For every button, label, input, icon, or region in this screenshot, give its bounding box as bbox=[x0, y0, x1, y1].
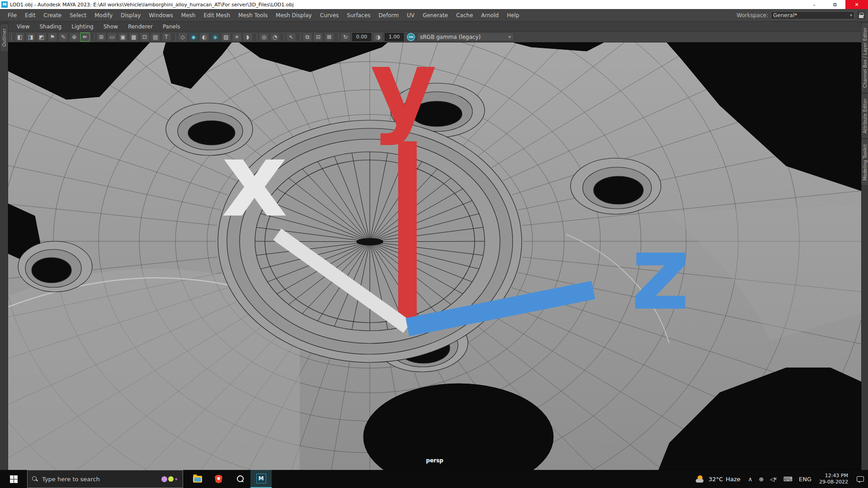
toolbar-separator bbox=[173, 33, 176, 41]
grid-icon[interactable]: ⊞ bbox=[96, 33, 106, 42]
menu-arnold[interactable]: Arnold bbox=[477, 12, 503, 19]
maya-icon: M bbox=[256, 474, 266, 483]
menu-select[interactable]: Select bbox=[66, 12, 90, 19]
color-management-toggle[interactable]: ON bbox=[407, 33, 415, 41]
weather-icon bbox=[696, 475, 706, 483]
bookmark-icon[interactable]: ⚑ bbox=[47, 33, 57, 42]
workspace-lock-icon[interactable] bbox=[857, 11, 865, 19]
menu-surfaces[interactable]: Surfaces bbox=[343, 12, 374, 19]
menu-modify[interactable]: Modify bbox=[90, 12, 117, 19]
workspace-control: Workspace: General* ▾ bbox=[736, 11, 868, 19]
grab-viewport-icon[interactable]: ⊠ bbox=[324, 33, 334, 42]
shadows-icon[interactable]: ◗ bbox=[243, 33, 253, 42]
hidden-icons-chevron[interactable]: ∧ bbox=[745, 476, 756, 483]
start-button[interactable] bbox=[0, 470, 27, 488]
menu-edit-mesh[interactable]: Edit Mesh bbox=[199, 12, 234, 19]
snapshot-icon[interactable]: ⧉ bbox=[302, 33, 312, 42]
panel-menu-view[interactable]: View bbox=[12, 23, 34, 30]
panel-menu-lighting[interactable]: Lighting bbox=[66, 23, 99, 30]
search-app-button[interactable] bbox=[229, 470, 250, 488]
exposure-field[interactable]: 0.00 bbox=[352, 33, 371, 41]
safe-title-icon[interactable]: T bbox=[161, 33, 171, 42]
workspace-dropdown[interactable]: General* ▾ bbox=[771, 11, 854, 19]
menu-mesh-display[interactable]: Mesh Display bbox=[272, 12, 316, 19]
menu-display[interactable]: Display bbox=[117, 12, 145, 19]
menu-help[interactable]: Help bbox=[503, 12, 523, 19]
panel-menu-panels[interactable]: Panels bbox=[158, 23, 185, 30]
contrast-icon[interactable]: ◑ bbox=[373, 33, 383, 42]
windows-logo-icon bbox=[10, 475, 18, 483]
menu-windows[interactable]: Windows bbox=[145, 12, 177, 19]
colorspace-dropdown[interactable]: sRGB gamma (legacy) ▾ bbox=[417, 33, 514, 41]
wireframe-icon[interactable]: ◇ bbox=[178, 33, 188, 42]
camera-attributes-icon[interactable]: ◩ bbox=[37, 33, 47, 42]
tab-channel-box-layer-editor[interactable]: Channel Box / Layer Editor bbox=[862, 23, 868, 92]
close-button[interactable]: ✕ bbox=[845, 0, 868, 9]
menu-file[interactable]: File bbox=[4, 12, 21, 19]
menu-curves[interactable]: Curves bbox=[316, 12, 343, 19]
tab-attribute-editor[interactable]: Attribute Editor bbox=[862, 94, 868, 137]
clock-widget[interactable]: 12:43 PM 29-08-2022 bbox=[815, 473, 853, 485]
occlusion-icon[interactable]: ◎ bbox=[259, 33, 269, 42]
menu-mesh-tools[interactable]: Mesh Tools bbox=[234, 12, 272, 19]
select-camera-icon[interactable]: ◧ bbox=[15, 33, 25, 42]
language-indicator[interactable]: ENG bbox=[796, 476, 815, 483]
menu-cache[interactable]: Cache bbox=[452, 12, 477, 19]
brave-browser-button[interactable] bbox=[208, 470, 229, 488]
date-label: 29-08-2022 bbox=[819, 479, 848, 485]
gamma-field[interactable]: 1.00 bbox=[385, 33, 404, 41]
workspace-value: General* bbox=[773, 12, 797, 19]
grease-pencil-icon[interactable]: ✎ bbox=[58, 33, 68, 42]
tab-outliner[interactable]: Outliner bbox=[1, 24, 8, 51]
file-explorer-button[interactable] bbox=[187, 470, 208, 488]
perspective-viewport[interactable]: x y z persp bbox=[8, 42, 861, 470]
search-icon bbox=[32, 476, 38, 482]
field-chart-icon[interactable]: ⊡ bbox=[140, 33, 150, 42]
taskbar-search-input[interactable]: Type here to search ✦ bbox=[27, 470, 183, 488]
toolbar-separator bbox=[282, 33, 284, 41]
menu-uv[interactable]: UV bbox=[403, 12, 419, 19]
panel-menu-shading[interactable]: Shading bbox=[34, 23, 66, 30]
film-gate-icon[interactable]: ▭ bbox=[107, 33, 117, 42]
maya-application-window: M LOD1.obj - Autodesk MAYA 2023: E:\All … bbox=[0, 0, 868, 488]
toolbar-grip[interactable] bbox=[11, 33, 13, 41]
lock-camera-icon[interactable]: ◨ bbox=[26, 33, 36, 42]
motion-blur-icon[interactable]: ◔ bbox=[270, 33, 280, 42]
minimize-button[interactable]: – bbox=[804, 0, 825, 9]
pencil-tool-icon[interactable]: ✏ bbox=[80, 33, 90, 42]
axis-gizmo: x y z bbox=[18, 42, 861, 457]
menu-edit[interactable]: Edit bbox=[21, 12, 39, 19]
volume-muted-icon[interactable]: ◁✕ bbox=[767, 476, 780, 483]
touch-keyboard-icon[interactable]: ⌨ bbox=[780, 475, 796, 483]
tab-modeling-toolkit[interactable]: Modeling Toolkit bbox=[862, 140, 868, 185]
resolution-gate-icon[interactable]: ▣ bbox=[118, 33, 128, 42]
toolbar-separator bbox=[92, 33, 94, 41]
multi-pass-icon[interactable]: ⊟ bbox=[313, 33, 323, 42]
pan-zoom-icon[interactable]: ⊕ bbox=[69, 33, 79, 42]
default-material-icon[interactable]: ▨ bbox=[221, 33, 231, 42]
panel-menu-show[interactable]: Show bbox=[99, 23, 123, 30]
exposure-icon[interactable]: ↻ bbox=[340, 33, 350, 42]
camera-name-label: persp bbox=[426, 457, 443, 464]
menu-items: FileEditCreateSelectModifyDisplayWindows… bbox=[0, 12, 524, 19]
tennis-ball-icon bbox=[168, 476, 174, 482]
panel-menu-renderer[interactable]: Renderer bbox=[123, 23, 158, 30]
panel-menubar: ViewShadingLightingShowRendererPanels bbox=[8, 22, 861, 32]
restore-button[interactable]: ⧉ bbox=[825, 0, 845, 9]
gate-mask-icon[interactable]: ▩ bbox=[129, 33, 139, 42]
textured-icon[interactable]: ◐ bbox=[199, 33, 209, 42]
image-plane-icon[interactable]: ▤ bbox=[151, 33, 160, 42]
isolate-select-icon[interactable]: ↖ bbox=[286, 33, 296, 42]
notification-center-button[interactable] bbox=[853, 476, 868, 482]
menu-mesh[interactable]: Mesh bbox=[177, 12, 200, 19]
maya-taskbar-button[interactable]: M bbox=[250, 470, 272, 488]
wireframe-on-shaded-icon[interactable]: ◈ bbox=[210, 33, 220, 42]
lights-icon[interactable]: ☀ bbox=[232, 33, 242, 42]
menu-generate[interactable]: Generate bbox=[419, 12, 452, 19]
weather-widget[interactable]: 32°C Haze bbox=[691, 475, 745, 483]
shaded-icon[interactable]: ◆ bbox=[189, 33, 198, 42]
menu-deform[interactable]: Deform bbox=[374, 12, 403, 19]
menu-create[interactable]: Create bbox=[39, 12, 66, 19]
network-globe-icon[interactable]: ⊕ bbox=[755, 476, 767, 483]
time-label: 12:43 PM bbox=[819, 473, 848, 479]
